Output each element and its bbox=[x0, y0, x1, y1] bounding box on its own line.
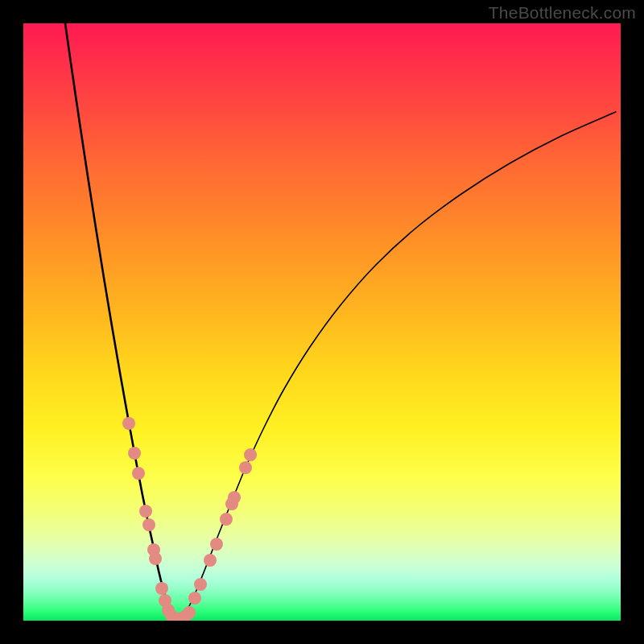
data-point bbox=[204, 554, 217, 567]
data-point bbox=[149, 552, 162, 565]
data-point bbox=[220, 513, 233, 526]
data-point bbox=[122, 417, 135, 430]
chart-frame: TheBottleneck.com bbox=[0, 0, 644, 644]
data-point bbox=[128, 447, 141, 460]
data-point bbox=[188, 592, 201, 605]
data-point bbox=[142, 518, 155, 531]
data-point bbox=[132, 467, 145, 480]
data-point bbox=[228, 491, 241, 504]
data-point bbox=[239, 461, 252, 474]
data-point bbox=[244, 448, 257, 461]
data-point bbox=[194, 578, 207, 591]
watermark-text: TheBottleneck.com bbox=[489, 3, 636, 23]
data-point bbox=[139, 505, 152, 518]
dots-layer bbox=[23, 23, 621, 621]
data-point bbox=[155, 582, 168, 595]
data-point bbox=[210, 538, 223, 551]
plot-area bbox=[23, 23, 621, 621]
data-point bbox=[183, 606, 196, 619]
